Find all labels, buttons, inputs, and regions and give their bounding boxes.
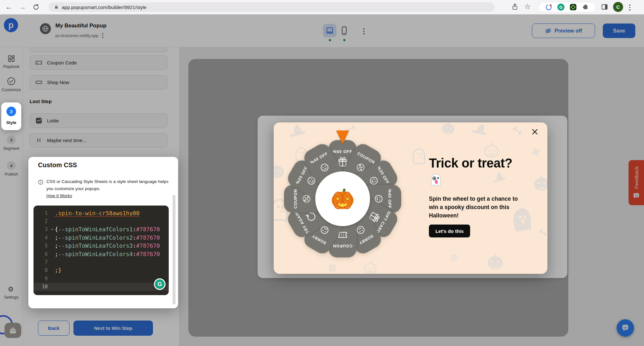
panel-scrollbar[interactable] bbox=[173, 195, 175, 304]
spin-wheel[interactable]: %50 OFFCOUPON%20 OFF%40 OFFGIFT CARDSORR… bbox=[278, 134, 407, 263]
fold-chevron-icon bbox=[50, 228, 55, 231]
code-line[interactable]: 6;--spinToWinLeafColors4:#787670 bbox=[33, 250, 169, 258]
svg-text:%40 OFF: %40 OFF bbox=[387, 189, 392, 209]
custom-css-title: Custom CSS bbox=[38, 161, 77, 169]
sidebar-item-style-active[interactable]: 2 Style bbox=[1, 102, 21, 130]
extension-clockify-icon[interactable] bbox=[545, 4, 552, 11]
info-icon bbox=[38, 179, 43, 185]
wheel-pointer-icon bbox=[335, 130, 350, 146]
share-icon[interactable] bbox=[511, 3, 518, 11]
code-line[interactable]: 9 bbox=[33, 274, 169, 283]
browser-menu-icon[interactable] bbox=[629, 4, 630, 11]
popup-preview: %50 OFFCOUPON%20 OFF%40 OFFGIFT CARDSORR… bbox=[274, 122, 547, 274]
url-text: app.popupsmart.com/builder/9921/style bbox=[62, 5, 147, 10]
custom-css-panel: Custom CSS CSS or Cascading Style Sheets… bbox=[28, 157, 178, 308]
bookmark-star-icon[interactable]: ☆ bbox=[524, 3, 531, 11]
svg-text:COUPON: COUPON bbox=[333, 244, 353, 248]
svg-text:%50 OFF: %50 OFF bbox=[333, 149, 353, 154]
extensions-group: G bbox=[538, 2, 596, 12]
popup-body-text: Spin the wheel to get a chance to win a … bbox=[429, 195, 529, 220]
browser-chrome: ← → app.popupsmart.com/builder/9921/styl… bbox=[0, 0, 644, 14]
custom-css-description: CSS or Cascading Style Sheets is a style… bbox=[46, 178, 173, 199]
popup-close-button[interactable] bbox=[531, 128, 539, 136]
browser-forward-button[interactable]: → bbox=[19, 3, 26, 11]
code-line[interactable]: 3{--spinToWinLeafColors1:#787670 bbox=[33, 226, 169, 234]
code-line[interactable]: 8;} bbox=[33, 266, 169, 274]
popup-headline: Trick or treat? bbox=[429, 156, 512, 170]
code-line[interactable]: 1.spin-to-win-cr58awo1hy00 bbox=[33, 209, 169, 217]
style-step-badge: 2 bbox=[6, 107, 16, 116]
extension-diamond-icon[interactable] bbox=[570, 4, 577, 11]
style-step-label: Style bbox=[0, 120, 23, 125]
grammarly-badge[interactable]: G bbox=[154, 278, 166, 290]
lock-icon bbox=[54, 5, 59, 10]
browser-profile-avatar[interactable]: C bbox=[613, 2, 623, 12]
extension-grammarly-icon[interactable]: G bbox=[557, 4, 564, 11]
code-line[interactable]: 5;--spinToWinLeafColors3:#787670 bbox=[33, 242, 169, 250]
browser-reload-button[interactable] bbox=[32, 3, 40, 11]
css-code-editor[interactable]: 1.spin-to-win-cr58awo1hy0023{--spinToWin… bbox=[33, 206, 169, 295]
popup-cta-button[interactable]: Let's do this bbox=[429, 225, 470, 237]
code-line[interactable]: 7 bbox=[33, 258, 169, 266]
how-it-works-link[interactable]: How It Works bbox=[46, 193, 72, 198]
code-line[interactable]: 4;--spinToWinLeafColors2:#787670 bbox=[33, 234, 169, 242]
svg-text:COUPON: COUPON bbox=[293, 189, 298, 209]
extensions-puzzle-icon[interactable] bbox=[582, 4, 589, 11]
code-line[interactable]: 10 bbox=[33, 283, 169, 291]
close-icon bbox=[532, 129, 538, 135]
code-line[interactable]: 2 bbox=[33, 217, 169, 225]
side-panel-icon[interactable] bbox=[601, 3, 608, 11]
address-bar[interactable]: app.popupsmart.com/builder/9921/style bbox=[48, 2, 495, 12]
browser-back-button[interactable]: ← bbox=[5, 3, 13, 11]
ghost-icon bbox=[428, 173, 444, 189]
